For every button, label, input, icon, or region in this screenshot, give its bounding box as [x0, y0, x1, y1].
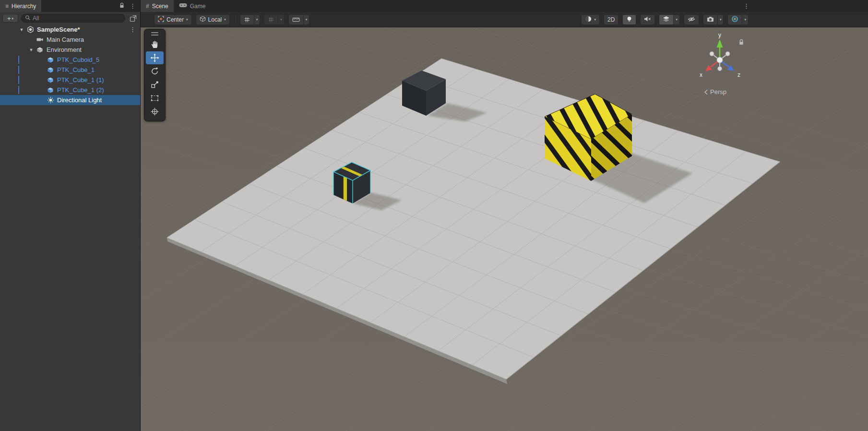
tool-rotate-button[interactable] [146, 65, 164, 78]
tool-hand-button[interactable] [146, 38, 164, 51]
scene-viewport[interactable]: y x z Persp [141, 27, 868, 431]
gizmos-dropdown[interactable]: ▾ [742, 15, 748, 24]
tree-row-ptk-cube-1-1[interactable]: PTK_Cube_1 (1) [0, 75, 140, 85]
projection-label: Persp [710, 88, 726, 96]
hierarchy-kebab-icon[interactable]: ⋮ [130, 3, 136, 9]
gizmo-y-cone[interactable] [717, 39, 723, 48]
chevron-down-icon: ▾ [676, 18, 678, 22]
scene-camera-group: ▾ [703, 14, 724, 25]
visibility-group [684, 14, 699, 25]
draw-mode-group: ▾ [581, 14, 600, 25]
scene-audio-toggle[interactable] [641, 15, 654, 24]
cube-stripe-front [344, 176, 347, 201]
search-input[interactable] [33, 15, 121, 22]
gizmos-toggle[interactable] [728, 15, 742, 24]
prefab-cube-icon [46, 77, 55, 84]
snap-increment-button[interactable] [289, 15, 303, 24]
tree-row-label: Main Camera [47, 36, 84, 43]
tab-game-label: Game [190, 3, 206, 10]
hierarchy-strip-actions: ⋮ [115, 0, 140, 12]
scene-tabstrip: # Scene Game ⋮ [141, 0, 868, 12]
pivot-mode-group: Center ▾ [154, 14, 192, 25]
search-popout-icon[interactable] [128, 13, 138, 23]
chevron-down-icon: ▾ [280, 18, 282, 22]
hierarchy-tabstrip: ≡ Hierarchy ⋮ [0, 0, 140, 12]
tab-game[interactable]: Game [174, 0, 211, 12]
pivot-mode-dropdown[interactable]: Center ▾ [155, 15, 191, 24]
tree-row-ptk-cube-1[interactable]: PTK_Cube_1 [0, 65, 140, 75]
hamburger-icon: ≡ [5, 3, 9, 10]
tree-row-label: Directional Light [57, 96, 102, 104]
pivot-icon [158, 16, 164, 24]
tab-scene-label: Scene [152, 3, 168, 10]
tool-rect-button[interactable] [146, 92, 164, 105]
2d-toggle-button[interactable]: 2D [604, 15, 618, 24]
toolbar-separator [235, 15, 235, 24]
gizmo-y-label: y [718, 32, 721, 38]
scene-canvas[interactable] [141, 27, 868, 431]
orientation-dropdown[interactable]: Local ▾ [196, 15, 229, 24]
chevron-down-icon: ▾ [595, 18, 596, 22]
tree-row-scene[interactable]: ▼ SampleScene* ⋮ [0, 24, 140, 35]
scene-name: SampleScene* [37, 26, 80, 33]
tree-row-environment[interactable]: ▼ Environment [0, 45, 140, 55]
tree-row-directional-light[interactable]: Directional Light [0, 95, 140, 105]
chevron-down-icon: ▾ [306, 18, 308, 22]
prefab-cube-icon [46, 57, 55, 63]
tool-transform-button[interactable] [146, 105, 164, 118]
local-cube-icon [200, 16, 206, 24]
unity-scene-icon [26, 26, 35, 33]
scene-toolbar-right: ▾ 2D [581, 12, 749, 27]
tree-row-label: PTK_Cuboid_5 [57, 56, 99, 63]
lock-icon[interactable] [119, 2, 125, 11]
chevron-down-icon: ▾ [744, 18, 746, 22]
camera-icon [36, 36, 44, 43]
gizmo-center-ball[interactable] [717, 57, 723, 63]
snap-increment-dropdown[interactable]: ▾ [303, 15, 309, 24]
draw-mode-dropdown[interactable]: ▾ [582, 15, 600, 24]
snap-toggle-dropdown[interactable]: ▾ [278, 15, 284, 24]
overlay-drag-handle[interactable] [151, 32, 158, 36]
effects-group: ▾ [659, 14, 680, 25]
chevron-down-icon: ▾ [224, 18, 226, 22]
scene-tabstrip-kebab-icon[interactable]: ⋮ [743, 3, 749, 9]
scene-lighting-toggle[interactable] [623, 15, 636, 24]
scene-camera-dropdown[interactable]: ▾ [717, 15, 724, 24]
effects-dropdown[interactable]: ▾ [673, 15, 679, 24]
foldout-open-icon[interactable]: ▼ [17, 27, 26, 32]
grid-snap-dropdown[interactable]: ▾ [254, 15, 260, 24]
create-object-button[interactable]: + ▾ [2, 14, 18, 23]
orientation-group: Local ▾ [196, 14, 230, 25]
pivot-mode-label: Center [166, 16, 184, 23]
gameobject-cube-icon [36, 47, 44, 53]
gizmos-globe-icon [731, 15, 738, 24]
tree-row-main-camera[interactable]: Main Camera [0, 35, 140, 45]
scene-toolbar: Center ▾ Local ▾ ▾ [141, 12, 868, 27]
scene-kebab-icon[interactable]: ⋮ [130, 26, 136, 33]
eye-slash-icon [688, 16, 695, 24]
tree-row-ptk-cuboid-5[interactable]: PTK_Cuboid_5 [0, 55, 140, 65]
tool-scale-button[interactable] [146, 78, 164, 91]
chevron-down-icon: ▾ [12, 17, 14, 20]
snap-toggle-button[interactable] [264, 15, 278, 24]
tab-hierarchy[interactable]: ≡ Hierarchy [0, 0, 41, 12]
audio-muted-icon [644, 16, 651, 24]
tree-row-label: PTK_Cube_1 (1) [57, 76, 104, 84]
hierarchy-search[interactable] [21, 14, 125, 23]
scene-effects-toggle[interactable] [659, 15, 673, 24]
camera-settings-icon [707, 16, 714, 24]
tree-row-ptk-cube-1-2[interactable]: PTK_Cube_1 (2) [0, 85, 140, 95]
grid-snap-button[interactable] [240, 15, 254, 24]
hierarchy-tree: ▼ SampleScene* ⋮ Main Camera ▼ Environme… [0, 24, 140, 431]
unity-editor: ≡ Hierarchy ⋮ + ▾ [0, 0, 868, 431]
viewport-lock-icon[interactable] [738, 39, 744, 48]
projection-toggle[interactable]: Persp [704, 88, 726, 96]
tab-scene[interactable]: # Scene [141, 0, 174, 12]
tool-move-button[interactable] [146, 51, 164, 64]
gizmo-x-label: x [700, 72, 702, 78]
scene-visibility-toggle[interactable] [684, 15, 699, 24]
audio-group [640, 14, 655, 25]
foldout-open-icon[interactable]: ▼ [27, 48, 36, 52]
gamepad-icon [179, 2, 187, 10]
scene-camera-button[interactable] [703, 15, 717, 24]
